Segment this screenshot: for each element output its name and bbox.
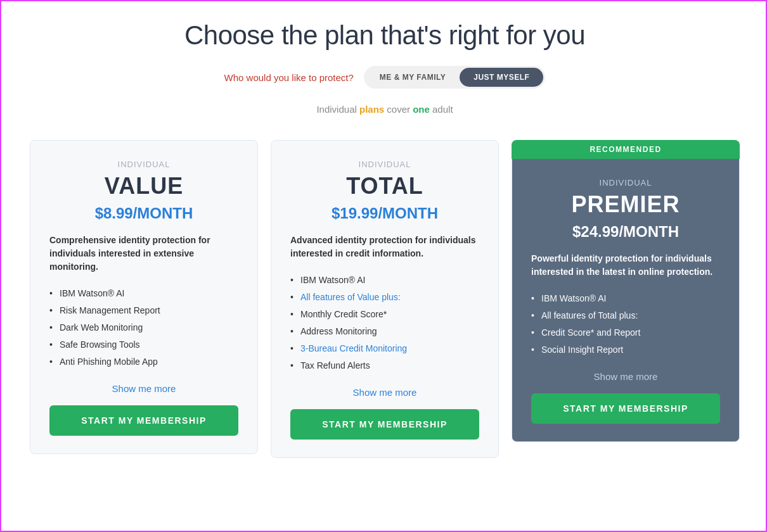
toggle-myself-button[interactable]: JUST MYSELF bbox=[460, 68, 543, 87]
value-plan-tier: INDIVIDUAL bbox=[49, 160, 238, 169]
total-plan-name: TOTAL bbox=[290, 173, 479, 200]
list-item: Monthly Credit Score* bbox=[290, 306, 479, 323]
plan-card-premier: INDIVIDUAL PREMIER $24.99/MONTH Powerful… bbox=[512, 159, 740, 442]
toggle-question: Who would you like to protect? bbox=[224, 72, 354, 83]
toggle-family-button[interactable]: ME & MY FAMILY bbox=[366, 68, 460, 87]
list-item: 3-Bureau Credit Monitoring bbox=[290, 340, 479, 357]
subtitle-middle: cover bbox=[384, 104, 413, 115]
premier-plan-price: $24.99/MONTH bbox=[531, 223, 720, 241]
page-title: Choose the plan that's right for you bbox=[27, 20, 743, 51]
total-feature-link[interactable]: All features of Value plus: bbox=[300, 292, 401, 302]
premier-plan-description: Powerful identity protection for individ… bbox=[531, 252, 720, 279]
list-item: Risk Management Report bbox=[49, 302, 238, 319]
list-item: Address Monitoring bbox=[290, 323, 479, 340]
plan-subtitle: Individual plans cover one adult bbox=[27, 104, 743, 115]
list-item: IBM Watson® AI bbox=[531, 290, 720, 307]
recommended-badge: RECOMMENDED bbox=[512, 140, 740, 159]
list-item: Safe Browsing Tools bbox=[49, 336, 238, 353]
premier-plan-features: IBM Watson® AI All features of Total plu… bbox=[531, 290, 720, 358]
list-item: All features of Total plus: bbox=[531, 307, 720, 324]
total-feature-link-2[interactable]: 3-Bureau Credit Monitoring bbox=[300, 343, 407, 353]
value-start-button[interactable]: START MY MEMBERSHIP bbox=[49, 405, 238, 436]
value-plan-features: IBM Watson® AI Risk Management Report Da… bbox=[49, 285, 238, 370]
value-plan-name: VALUE bbox=[49, 173, 238, 200]
subtitle-cover: one bbox=[413, 104, 430, 115]
list-item: Tax Refund Alerts bbox=[290, 357, 479, 374]
list-item: IBM Watson® AI bbox=[290, 272, 479, 289]
total-plan-price: $19.99/MONTH bbox=[290, 205, 479, 222]
premier-card-wrapper: RECOMMENDED INDIVIDUAL PREMIER $24.99/MO… bbox=[512, 140, 740, 442]
list-item: Social Insight Report bbox=[531, 341, 720, 358]
total-show-more-link[interactable]: Show me more bbox=[290, 387, 479, 398]
total-plan-tier: INDIVIDUAL bbox=[290, 160, 479, 169]
protection-toggle-row: Who would you like to protect? ME & MY F… bbox=[27, 66, 743, 89]
total-plan-features: IBM Watson® AI All features of Value plu… bbox=[290, 272, 479, 374]
plan-card-value: INDIVIDUAL VALUE $8.99/MONTH Comprehensi… bbox=[30, 140, 258, 454]
plans-container: INDIVIDUAL VALUE $8.99/MONTH Comprehensi… bbox=[27, 140, 743, 458]
subtitle-after: adult bbox=[430, 104, 453, 115]
value-show-more-link[interactable]: Show me more bbox=[49, 383, 238, 394]
list-item: Credit Score* and Report bbox=[531, 324, 720, 341]
premier-start-button[interactable]: START MY MEMBERSHIP bbox=[531, 393, 720, 424]
plan-card-total: INDIVIDUAL TOTAL $19.99/MONTH Advanced i… bbox=[271, 140, 499, 458]
list-item: IBM Watson® AI bbox=[49, 285, 238, 302]
value-plan-price: $8.99/MONTH bbox=[49, 205, 238, 222]
list-item: Dark Web Monitoring bbox=[49, 319, 238, 336]
total-plan-description: Advanced identity protection for individ… bbox=[290, 234, 479, 260]
premier-plan-tier: INDIVIDUAL bbox=[531, 178, 720, 187]
premier-show-more-link[interactable]: Show me more bbox=[531, 371, 720, 382]
list-item: All features of Value plus: bbox=[290, 289, 479, 306]
toggle-container: ME & MY FAMILY JUST MYSELF bbox=[364, 66, 546, 89]
subtitle-plans: plans bbox=[359, 104, 384, 115]
premier-plan-name: PREMIER bbox=[531, 191, 720, 218]
value-plan-description: Comprehensive identity protection for in… bbox=[49, 234, 238, 274]
total-start-button[interactable]: START MY MEMBERSHIP bbox=[290, 409, 479, 440]
list-item: Anti Phishing Mobile App bbox=[49, 353, 238, 370]
subtitle-before: Individual bbox=[316, 104, 359, 115]
